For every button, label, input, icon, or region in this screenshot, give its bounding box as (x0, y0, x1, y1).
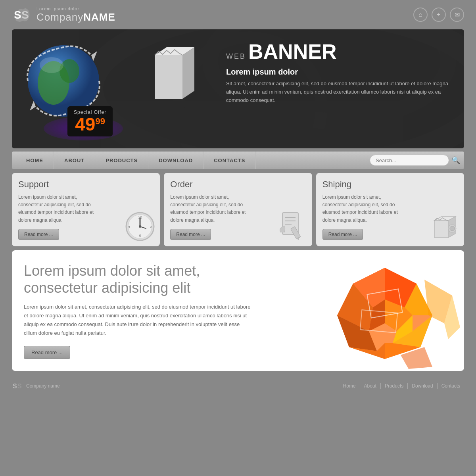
svg-point-23 (139, 225, 141, 228)
banner-title: BANNER (248, 41, 336, 62)
banner-subtitle: WEB (226, 52, 246, 61)
mail-button[interactable]: ✉ (450, 8, 464, 22)
footer-logo: S S Company name (12, 380, 60, 392)
footer-nav-about[interactable]: About (360, 383, 381, 389)
search-input[interactable] (370, 155, 449, 166)
nav-products[interactable]: PRODUCTS (95, 152, 148, 169)
banner-price: 4999 (74, 115, 106, 133)
footer-nav-home[interactable]: Home (339, 383, 360, 389)
promo-section: Lorem ipsum dolor sit amet, consectetur … (12, 250, 464, 371)
svg-text:9: 9 (128, 225, 130, 229)
svg-text:S: S (21, 9, 29, 21)
banner-heading: Lorem ipsum dolor (226, 67, 452, 77)
banner-left: Special Offer 4999 (12, 29, 218, 148)
logo-area: S S Lorem ipsum dolor CompanyNAME (12, 5, 115, 25)
nav-home[interactable]: HOME (16, 152, 54, 169)
feature-cards: Support Lorem ipsum dolor sit amet, cons… (12, 173, 464, 246)
box-icon (428, 211, 460, 242)
banner-price-tag: Special Offer 4999 (67, 106, 113, 136)
footer-nav-contacts[interactable]: Contacts (438, 383, 464, 389)
footer-logo-icon: S S (12, 380, 23, 392)
svg-text:3: 3 (150, 225, 152, 229)
promo-body: Lorem ipsum dolor sit amet, consectetur … (24, 303, 254, 338)
logo-icon: S S (12, 5, 32, 25)
footer-nav-download[interactable]: Download (408, 383, 437, 389)
logo-name: CompanyNAME (36, 11, 115, 23)
shipping-card: Shiping Lorem ipsum dolor sit amet, cons… (316, 173, 464, 246)
order-card-body: Lorem ipsum dolor sit amet, consectetur … (170, 194, 251, 224)
order-card: Order Lorem ipsum dolor sit amet, consec… (164, 173, 312, 246)
clock-icon: 12 3 6 9 (124, 211, 156, 242)
footer-nav: Home About Products Download Contacts (339, 383, 464, 389)
logo-name-light: Company (36, 11, 83, 23)
main-content: Support Lorem ipsum dolor sit amet, cons… (12, 173, 464, 371)
header-icons: ⌂ + ✉ (413, 8, 464, 22)
svg-point-34 (450, 226, 455, 231)
nav-search: 🔍 (370, 155, 460, 166)
promo-geometric-image (305, 260, 464, 371)
search-button[interactable]: 🔍 (451, 156, 460, 165)
nav-contacts[interactable]: CONTACTS (203, 152, 256, 169)
svg-marker-30 (434, 221, 448, 238)
shipping-card-title: Shiping (322, 179, 458, 190)
svg-text:S: S (13, 383, 17, 390)
header: S S Lorem ipsum dolor CompanyNAME ⌂ + ✉ (0, 0, 476, 29)
footer-nav-products[interactable]: Products (381, 383, 408, 389)
nav-bar: HOME ABOUT PRODUCTS DOWNLOAD CONTACTS 🔍 (12, 152, 464, 169)
svg-marker-11 (30, 101, 36, 111)
svg-point-9 (40, 57, 63, 73)
logo-tagline: Lorem ipsum dolor (36, 6, 115, 11)
banner-product-box (147, 39, 198, 107)
logo-text-area: Lorem ipsum dolor CompanyNAME (36, 6, 115, 23)
banner: Special Offer 4999 WEB BANNER Lorem ipsu… (12, 29, 464, 148)
nav-items: HOME ABOUT PRODUCTS DOWNLOAD CONTACTS (16, 152, 370, 169)
svg-marker-13 (182, 47, 194, 99)
svg-marker-12 (155, 55, 182, 99)
svg-text:S: S (17, 383, 22, 390)
banner-price-cents: 99 (95, 116, 105, 126)
shipping-card-body: Lorem ipsum dolor sit amet, consectetur … (322, 194, 404, 224)
nav-download[interactable]: DOWNLOAD (148, 152, 203, 169)
banner-right: WEB BANNER Lorem ipsum dolor Sit amet, c… (218, 29, 464, 148)
promo-read-more-button[interactable]: Read more ... (24, 346, 70, 359)
plus-button[interactable]: + (432, 8, 446, 22)
home-button[interactable]: ⌂ (413, 8, 428, 22)
shipping-read-more-button[interactable]: Read more ... (322, 229, 363, 240)
order-card-title: Order (170, 179, 305, 190)
support-card-body: Lorem ipsum dolor sit amet, consectetur … (18, 194, 100, 224)
logo-name-bold: NAME (83, 11, 115, 23)
footer: S S Company name Home About Products Dow… (0, 375, 476, 397)
footer-company-name: Company name (26, 383, 60, 389)
banner-body: Sit amet, consectetur adipisicing elit, … (226, 80, 452, 104)
svg-text:6: 6 (139, 234, 141, 238)
svg-text:S: S (14, 9, 21, 21)
svg-marker-10 (91, 51, 97, 61)
support-card: Support Lorem ipsum dolor sit amet, cons… (12, 173, 160, 246)
order-read-more-button[interactable]: Read more ... (170, 229, 211, 240)
nav-about[interactable]: ABOUT (54, 152, 95, 169)
support-card-title: Support (18, 179, 154, 190)
document-icon (276, 211, 308, 242)
support-read-more-button[interactable]: Read more ... (18, 229, 59, 240)
promo-title: Lorem ipsum dolor sit amet, consectetur … (24, 262, 254, 296)
